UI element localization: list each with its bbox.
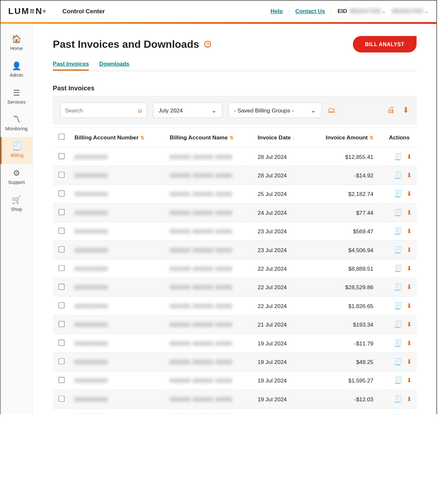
sidebar-item-shop[interactable]: 🛒Shop [0,191,32,218]
tab-downloads[interactable]: Downloads [99,60,130,71]
search-icon[interactable]: ⌕ [138,106,142,114]
tabs: Past InvoicesDownloads [53,60,417,71]
view-invoice-icon[interactable]: 🧾 [394,302,402,309]
view-invoice-icon[interactable]: 🧾 [394,339,402,347]
sidebar-item-services[interactable]: ☰Services [0,84,32,111]
download-icon[interactable]: ⬇ [407,414,412,414]
view-invoice-icon[interactable]: 🧾 [394,265,402,272]
col-invoice-date[interactable]: Invoice Date↓ [253,127,309,147]
section-title: Past Invoices [53,84,417,92]
table-row: XXXXXXXXXXXXX XXXXX XXXX28 Jul 2024$12,8… [53,147,417,166]
row-checkbox[interactable] [58,190,65,196]
chevron-down-icon: ⌄ [211,107,217,113]
download-icon[interactable]: ⬇ [407,321,412,328]
invoice-date: 19 Jul 2024 [253,408,309,414]
download-icon[interactable]: ⬇ [407,283,412,291]
download-icon[interactable]: ⬇ [407,377,412,384]
chevron-down-icon[interactable]: ⌄ [423,8,429,14]
invoice-amount: $569.47 [309,222,378,240]
row-checkbox[interactable] [58,395,65,402]
search-input[interactable] [65,107,138,113]
sidebar-item-monitoring[interactable]: 〽Monitoring [0,110,32,137]
filter-bar: ⌕ July 2024 ⌄ - Saved Billing Groups - ⌄… [53,96,417,124]
billing-group-value: - Saved Billing Groups - [234,107,294,113]
download-icon[interactable]: ⬇ [407,153,412,160]
row-checkbox[interactable] [58,283,65,290]
sidebar-item-home[interactable]: 🏠Home [0,30,32,57]
search-box[interactable]: ⌕ [60,102,147,118]
table-row: XXXXXXXXXXXXX XXXXX XXXX21 Jul 2024$193.… [53,315,417,334]
download-icon[interactable]: ⬇ [407,190,412,198]
view-invoice-icon[interactable]: 🧾 [394,395,402,403]
table-row: XXXXXXXXXXXXX XXXXX XXXX23 Jul 2024$569.… [53,222,417,240]
row-checkbox[interactable] [58,302,65,308]
invoice-date: 22 Jul 2024 [253,259,309,278]
row-checkbox[interactable] [58,414,65,414]
sidebar-item-admin[interactable]: 👤Admin [0,57,32,84]
invoice-date: 22 Jul 2024 [253,278,309,296]
eid-value[interactable]: REDACTED [350,8,381,14]
select-all-checkbox[interactable] [58,134,65,140]
help-link[interactable]: Help [264,7,289,16]
invoice-date: 25 Jul 2024 [253,185,309,203]
table-row: XXXXXXXXXXXXX XXXXX XXXX19 Jul 2024$1,59… [53,371,417,390]
row-checkbox[interactable] [58,377,65,383]
row-checkbox[interactable] [58,209,65,215]
col-account-name[interactable]: Billing Account Name⇅ [165,127,253,147]
month-select[interactable]: July 2024 ⌄ [153,102,222,118]
tab-past-invoices[interactable]: Past Invoices [53,60,89,71]
download-icon[interactable]: ⬇ [407,209,412,216]
row-checkbox[interactable] [58,340,65,346]
row-checkbox[interactable] [58,246,65,252]
download-icon[interactable]: ⬇ [407,246,412,253]
group-settings-icon[interactable]: 🗂 [328,106,335,115]
billing-group-select[interactable]: - Saved Billing Groups - ⌄ [229,102,322,118]
view-invoice-icon[interactable]: 🧾 [394,377,402,384]
row-checkbox[interactable] [58,358,65,364]
col-invoice-amount[interactable]: Invoice Amount⇅ [309,127,378,147]
view-invoice-icon[interactable]: 🧾 [394,321,402,328]
bill-analyst-button[interactable]: BILL ANALYST [353,36,417,53]
print-icon[interactable]: 🖨 [387,105,395,115]
col-account-number[interactable]: Billing Account Number⇅ [70,127,165,147]
view-invoice-icon[interactable]: 🧾 [394,209,402,216]
download-icon[interactable]: ⬇ [407,171,412,179]
view-invoice-icon[interactable]: 🧾 [394,246,402,253]
sidebar: 🏠Home👤Admin☰Services〽Monitoring🧾Billing⚙… [0,24,33,414]
table-row: XXXXXXXXXXXXX XXXXX XXXX28 Jul 2024-$14.… [53,166,417,185]
logo: LUM≡N® [8,6,47,16]
col-actions: Actions [378,127,417,147]
row-checkbox[interactable] [58,172,65,178]
sidebar-item-billing[interactable]: 🧾Billing [0,137,32,164]
download-icon[interactable]: ⬇ [403,105,409,115]
account-number: XXXXXXXX [75,396,108,402]
view-invoice-icon[interactable]: 🧾 [394,153,402,160]
contact-link[interactable]: Contact Us [289,7,332,16]
download-icon[interactable]: ⬇ [407,227,412,235]
view-invoice-icon[interactable]: 🧾 [394,227,402,235]
view-invoice-icon[interactable]: 🧾 [394,283,402,291]
account-number: XXXXXXXX [75,247,108,253]
sort-down-icon: ↓ [293,135,295,140]
help-icon[interactable]: ? [204,41,211,47]
view-invoice-icon[interactable]: 🧾 [394,358,402,365]
logo-text: LUM≡N [8,6,43,16]
table-row: XXXXXXXXXXXXX XXXXX XXXX22 Jul 2024$1,82… [53,296,417,315]
invoice-amount: -$11.79 [309,334,378,352]
row-checkbox[interactable] [58,227,65,234]
view-invoice-icon[interactable]: 🧾 [394,414,402,414]
user-name[interactable]: REDACTED [392,8,423,14]
download-icon[interactable]: ⬇ [407,395,412,403]
sidebar-item-support[interactable]: ⚙Support [0,164,32,191]
view-invoice-icon[interactable]: 🧾 [394,171,402,179]
view-invoice-icon[interactable]: 🧾 [394,190,402,198]
row-checkbox[interactable] [58,321,65,327]
chevron-down-icon[interactable]: ⌄ [381,8,386,14]
download-icon[interactable]: ⬇ [407,302,412,309]
download-icon[interactable]: ⬇ [407,265,412,272]
download-icon[interactable]: ⬇ [407,339,412,347]
download-icon[interactable]: ⬇ [407,358,412,365]
row-checkbox[interactable] [58,265,65,271]
row-checkbox[interactable] [58,153,65,159]
account-name: XXXXX XXXXX XXXX [170,340,232,346]
